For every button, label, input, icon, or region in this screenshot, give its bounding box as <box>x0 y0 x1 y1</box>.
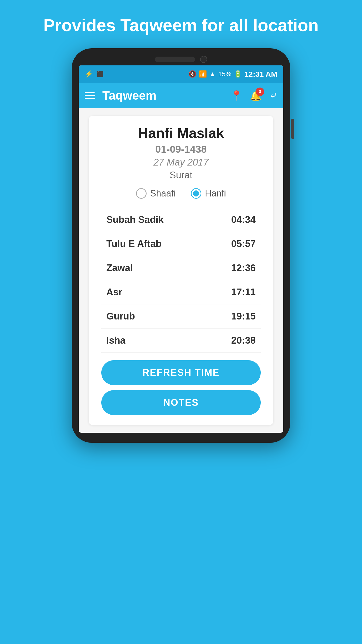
shaafi-radio-option[interactable]: Shaafi <box>136 188 176 199</box>
signal-icon: ▲ <box>209 70 216 78</box>
phone-screen: ⚡ ⬛ 🔇 📶 ▲ 15% 🔋 12:31 AM <box>79 65 283 433</box>
card-title: Hanfi Maslak <box>101 125 261 141</box>
prayer-name-isha: Isha <box>106 335 125 346</box>
prayer-row-subah: Subah Sadik 04:34 <box>101 208 261 232</box>
prayer-name-asr: Asr <box>106 287 122 298</box>
refresh-time-button[interactable]: REFRESH TIME <box>101 360 261 385</box>
prayer-time-gurub: 19:15 <box>231 311 256 322</box>
hanfi-radio-inner <box>193 190 199 196</box>
prayer-time-isha: 20:38 <box>231 335 256 346</box>
phone-side-button <box>291 119 294 139</box>
prayer-row-zawal: Zawal 12:36 <box>101 256 261 280</box>
status-bar: ⚡ ⬛ 🔇 📶 ▲ 15% 🔋 12:31 AM <box>79 65 283 83</box>
phone-top-bar <box>79 56 283 63</box>
prayer-name-subah: Subah Sadik <box>106 214 164 225</box>
prayer-time-asr: 17:11 <box>231 287 256 298</box>
phone-camera <box>200 56 207 63</box>
share-icon[interactable]: ⤶ <box>269 90 277 101</box>
page-headline: Provides Taqweem for all location <box>28 15 334 36</box>
status-left: ⚡ ⬛ <box>85 70 104 78</box>
app-toolbar: Taqweem 📍 🔔 0 ⤶ <box>79 83 283 108</box>
shaafi-radio-label: Shaafi <box>150 188 176 199</box>
prayer-time-tulu: 05:57 <box>231 238 256 249</box>
status-right: 🔇 📶 ▲ 15% 🔋 12:31 AM <box>188 70 277 78</box>
prayer-time-zawal: 12:36 <box>231 263 256 273</box>
hanfi-radio-label: Hanfi <box>205 188 226 199</box>
phone-speaker <box>155 57 195 62</box>
prayer-name-gurub: Gurub <box>106 311 135 322</box>
prayer-name-zawal: Zawal <box>106 263 133 273</box>
prayer-name-tulu: Tulu E Aftab <box>106 238 162 249</box>
prayer-card: Hanfi Maslak 01-09-1438 27 May 2017 Sura… <box>89 116 273 425</box>
hamburger-line-1 <box>85 92 95 93</box>
hanfi-radio-circle <box>191 188 201 199</box>
wifi-icon: 📶 <box>199 70 207 78</box>
hanfi-radio-option[interactable]: Hanfi <box>191 188 226 199</box>
prayer-row-tulu: Tulu E Aftab 05:57 <box>101 232 261 256</box>
app-title: Taqweem <box>95 89 231 102</box>
notification-badge: 0 <box>256 88 264 96</box>
prayer-row-gurub: Gurub 19:15 <box>101 304 261 329</box>
phone-shell: ⚡ ⬛ 🔇 📶 ▲ 15% 🔋 12:31 AM <box>72 48 290 443</box>
prayer-row-isha: Isha 20:38 <box>101 329 261 353</box>
prayer-time-subah: 04:34 <box>231 214 256 225</box>
toolbar-actions: 📍 🔔 0 ⤶ <box>231 90 277 101</box>
main-content: Hanfi Maslak 01-09-1438 27 May 2017 Sura… <box>79 108 283 433</box>
mute-icon: 🔇 <box>188 70 196 78</box>
prayer-row-asr: Asr 17:11 <box>101 280 261 304</box>
hamburger-line-3 <box>85 98 95 99</box>
card-gregorian-date: 27 May 2017 <box>101 157 261 168</box>
location-icon[interactable]: 📍 <box>231 90 242 101</box>
battery-percent: 15% <box>218 70 231 78</box>
sim-icon: ⬛ <box>97 71 104 77</box>
madhab-radio-group: Shaafi Hanfi <box>101 188 261 199</box>
shaafi-radio-circle <box>136 188 147 199</box>
notification-icon[interactable]: 🔔 0 <box>250 90 262 101</box>
hamburger-menu-icon[interactable] <box>85 92 95 99</box>
status-time: 12:31 AM <box>244 70 277 78</box>
card-location: Surat <box>101 170 261 181</box>
usb-icon: ⚡ <box>85 70 93 78</box>
card-hijri-date: 01-09-1438 <box>101 144 261 155</box>
notes-button[interactable]: NOTES <box>101 390 261 415</box>
battery-icon: 🔋 <box>234 70 242 78</box>
hamburger-line-2 <box>85 95 95 96</box>
